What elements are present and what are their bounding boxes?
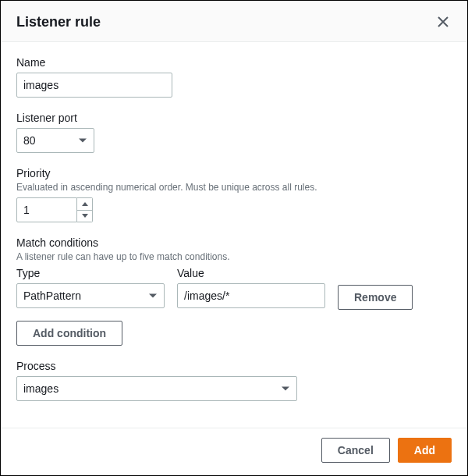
listener-port-select[interactable]: 80 — [16, 128, 94, 153]
priority-step-down[interactable] — [77, 211, 92, 222]
name-input[interactable] — [16, 73, 172, 98]
condition-row: Type PathPattern Value Remove — [16, 267, 452, 310]
remove-condition-button[interactable]: Remove — [338, 285, 413, 310]
process-field-group: Process images — [16, 360, 452, 401]
cancel-button[interactable]: Cancel — [321, 438, 390, 463]
name-label: Name — [16, 56, 452, 69]
priority-input[interactable] — [16, 197, 77, 222]
process-label: Process — [16, 360, 452, 372]
modal-title: Listener rule — [16, 14, 101, 30]
close-button[interactable] — [434, 13, 452, 30]
condition-type-select[interactable]: PathPattern — [16, 283, 165, 308]
match-conditions-section: Match conditions A listener rule can hav… — [16, 236, 452, 346]
chevron-up-icon — [82, 202, 88, 206]
condition-type-select-wrap: PathPattern — [16, 283, 165, 308]
priority-stepper — [16, 197, 94, 222]
listener-port-label: Listener port — [16, 112, 452, 124]
priority-step-up[interactable] — [77, 198, 92, 211]
close-icon — [438, 16, 448, 27]
condition-type-label: Type — [16, 267, 165, 279]
add-button[interactable]: Add — [398, 438, 452, 463]
match-conditions-hint: A listener rule can have up to five matc… — [16, 251, 452, 262]
priority-stepper-buttons — [77, 197, 93, 222]
condition-value-col: Value — [177, 267, 325, 308]
condition-value-label: Value — [177, 267, 325, 279]
priority-field-group: Priority Evaluated in ascending numerica… — [16, 167, 452, 222]
add-condition-button[interactable]: Add condition — [16, 321, 122, 346]
modal-header: Listener rule — [1, 1, 467, 42]
match-conditions-label: Match conditions — [16, 236, 452, 249]
listener-port-select-wrap: 80 — [16, 128, 94, 153]
chevron-down-icon — [82, 214, 88, 218]
modal-body: Name Listener port 80 Priority Evaluated… — [1, 42, 467, 428]
condition-type-col: Type PathPattern — [16, 267, 165, 308]
process-select[interactable]: images — [16, 376, 297, 401]
condition-remove-col: Remove — [338, 267, 413, 310]
listener-port-field-group: Listener port 80 — [16, 112, 452, 153]
process-select-wrap: images — [16, 376, 297, 401]
name-field-group: Name — [16, 56, 452, 98]
modal-footer: Cancel Add — [1, 428, 467, 475]
priority-label: Priority — [16, 167, 452, 179]
priority-hint: Evaluated in ascending numerical order. … — [16, 182, 452, 193]
condition-value-input[interactable] — [177, 283, 325, 308]
